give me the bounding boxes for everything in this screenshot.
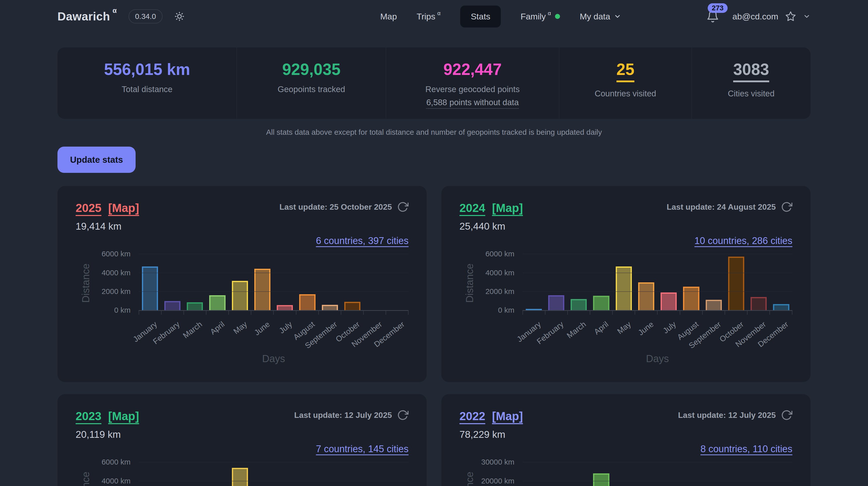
user-menu-chevron-icon[interactable] [803, 12, 810, 20]
chart-plot-area: 0 km2000 km4000 km6000 km [138, 254, 408, 311]
bar-may[interactable] [232, 468, 248, 486]
y-tick-label: 20000 km [481, 477, 515, 485]
x-tick-label: July [278, 320, 294, 335]
stat-value: 3083 [733, 61, 769, 82]
year-cards-grid: 2025 [Map] Last update: 25 October 2025 … [58, 186, 810, 486]
refresh-icon[interactable] [781, 201, 793, 213]
countries-cities-link[interactable]: 8 countries, 110 cities [701, 444, 793, 454]
bar-february[interactable] [164, 301, 181, 310]
refresh-icon[interactable] [397, 201, 408, 213]
nav-item-family[interactable]: Familyα [521, 11, 560, 22]
y-tick-label: 6000 km [486, 250, 515, 258]
countries-cities-link[interactable]: 10 countries, 286 cities [694, 235, 793, 246]
year-link[interactable]: 2025 [75, 201, 101, 215]
x-tick-label: March [181, 320, 204, 340]
nav-item-my-data[interactable]: My data [580, 11, 621, 22]
stat-value: 25 [617, 61, 634, 82]
stats-summary: 556,015 km Total distance 929,035 Geopoi… [58, 48, 810, 119]
chart-bars [523, 254, 793, 310]
year-link[interactable]: 2022 [460, 409, 485, 423]
bar-june[interactable] [638, 282, 654, 310]
bar-june[interactable] [254, 269, 271, 310]
bar-september[interactable] [706, 300, 722, 310]
year-distance: 20,119 km [75, 429, 408, 440]
bar-march[interactable] [187, 302, 203, 310]
x-tick-label: April [592, 320, 611, 337]
bar-march[interactable] [570, 299, 587, 310]
bar-november[interactable] [750, 297, 767, 310]
bar-may[interactable] [232, 281, 248, 310]
bar-august[interactable] [299, 294, 315, 310]
year-distance: 78,229 km [460, 429, 793, 440]
y-tick-label: 30000 km [481, 458, 515, 466]
y-tick-label: 2000 km [101, 287, 130, 296]
bar-february[interactable] [548, 295, 564, 310]
bar-april[interactable] [209, 295, 225, 310]
bar-may[interactable] [616, 266, 632, 310]
bar-july[interactable] [660, 292, 677, 310]
year-card-2022: 2022 [Map] Last update: 12 July 2025 78,… [441, 394, 810, 486]
distance-bar-chart: Distance 0 km2000 km4000 km6000 km Janua… [75, 462, 408, 486]
bar-april[interactable] [593, 296, 609, 310]
nav-item-trips[interactable]: Tripsα [416, 11, 440, 22]
x-tick-label: June [637, 320, 655, 337]
notifications-button[interactable]: 273 [706, 10, 719, 23]
bar-january[interactable] [526, 309, 542, 310]
countries-row: 7 countries, 145 cities [75, 444, 408, 454]
year-card-2023: 2023 [Map] Last update: 12 July 2025 20,… [58, 394, 427, 486]
alpha-superscript: α [437, 10, 440, 17]
chart-x-ticks: JanuaryFebruaryMarchAprilMayJuneJulyAugu… [523, 315, 793, 352]
distance-bar-chart: Distance 0 km10000 km20000 km30000 km Ja… [460, 462, 793, 486]
bar-october[interactable] [344, 302, 361, 310]
stat-value: 922,447 [443, 61, 501, 78]
year-map-link[interactable]: [Map] [108, 201, 139, 215]
y-tick-label: 4000 km [486, 268, 515, 277]
nav-item-map[interactable]: Map [380, 11, 397, 22]
chart-bars [138, 462, 408, 486]
nav-item-stats[interactable]: Stats [460, 5, 501, 28]
app-logo[interactable]: Dawarichα [58, 9, 117, 23]
chart-x-tickmarks [138, 311, 408, 315]
update-stats-button[interactable]: Update stats [58, 147, 135, 173]
card-header: 2025 [Map] Last update: 25 October 2025 [75, 201, 408, 215]
stat-label: Geopoints tracked [242, 85, 381, 94]
year-map-link[interactable]: [Map] [492, 409, 523, 423]
year-links: 2022 [Map] [460, 409, 523, 423]
year-distance: 19,414 km [75, 221, 408, 232]
nav-item-label: Stats [471, 11, 490, 22]
nav-item-label: Trips [416, 11, 435, 22]
year-link[interactable]: 2024 [460, 201, 485, 215]
stat-geopoints-tracked: 929,035 Geopoints tracked [237, 48, 386, 119]
bar-october[interactable] [728, 257, 744, 310]
bar-december[interactable] [773, 304, 789, 310]
y-tick-label: 4000 km [101, 477, 130, 485]
distance-bar-chart: Distance 0 km2000 km4000 km6000 km Janua… [75, 254, 408, 364]
year-map-link[interactable]: [Map] [108, 409, 139, 423]
countries-cities-link[interactable]: 6 countries, 397 cities [316, 235, 408, 246]
last-update-meta: Last update: 25 October 2025 [279, 201, 408, 213]
refresh-icon[interactable] [781, 409, 793, 421]
bar-april[interactable] [593, 474, 609, 486]
year-link[interactable]: 2023 [75, 409, 101, 423]
theme-toggle-button[interactable] [174, 11, 185, 22]
countries-row: 8 countries, 110 cities [460, 444, 793, 454]
x-tick-label: May [616, 320, 632, 336]
countries-cities-link[interactable]: 7 countries, 145 cities [316, 444, 408, 454]
chart-y-ticks: 0 km10000 km20000 km30000 km [460, 462, 515, 486]
card-header: 2023 [Map] Last update: 12 July 2025 [75, 409, 408, 423]
points-without-data-link[interactable]: 6,588 points without data [426, 98, 519, 109]
bar-january[interactable] [142, 266, 158, 310]
nav-item-label: Family [521, 11, 546, 22]
year-links: 2024 [Map] [460, 201, 523, 215]
stat-label: Reverse geocoded points [391, 85, 554, 94]
bar-july[interactable] [277, 305, 293, 310]
user-email: ab@cd.com [733, 11, 778, 22]
bar-september[interactable] [322, 305, 338, 310]
star-icon[interactable] [785, 10, 797, 22]
y-tick-label: 6000 km [101, 458, 130, 466]
refresh-icon[interactable] [397, 409, 408, 421]
bar-august[interactable] [683, 287, 699, 310]
chart-y-ticks: 0 km2000 km4000 km6000 km [460, 254, 515, 310]
year-map-link[interactable]: [Map] [492, 201, 523, 215]
stat-reverse-geocoded: 922,447 Reverse geocoded points 6,588 po… [386, 48, 559, 119]
